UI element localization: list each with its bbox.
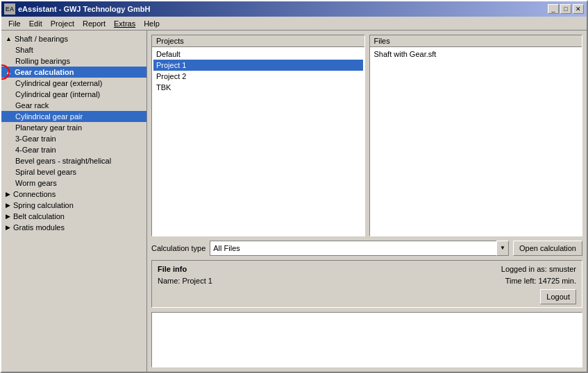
shaft-bearings-arrow: ▲ [6,35,12,42]
file-item-shaft-gear[interactable]: Shaft with Gear.sft [371,49,581,60]
logout-button[interactable]: Logout [540,289,576,304]
menu-extras[interactable]: Extras [110,18,140,29]
projects-list: Default Project 1 Project 2 TBK [152,47,364,236]
sidebar-group-belt: ▶ Belt calculation [1,211,146,222]
project-item-tbk[interactable]: TBK [153,82,363,93]
sidebar-belt-header[interactable]: ▶ Belt calculation [1,211,146,222]
window-title: eAssistant - GWJ Technology GmbH [18,5,548,13]
main-window: EA eAssistant - GWJ Technology GmbH _ □ … [0,0,588,373]
toolbar-row: Calculation type All FilesShaftGearBeari… [151,241,582,256]
top-panels: Projects Default Project 1 Project 2 TBK… [151,35,582,236]
sidebar-gear-calculation-header[interactable]: ▲ Gear calculation [1,67,146,78]
sidebar-item-cyl-gear-pair[interactable]: Cylindrical gear pair [1,111,146,122]
calc-type-select[interactable]: All FilesShaftGearBearing [210,241,509,256]
projects-panel: Projects Default Project 1 Project 2 TBK [151,35,365,236]
menubar: File Edit Project Report Extras Help [1,17,587,31]
file-info-row: File info Name: Project 1 Logged in as: … [151,260,582,308]
sidebar-spring-header[interactable]: ▶ Spring calculation [1,200,146,211]
file-info-left: File info Name: Project 1 [158,263,212,288]
sidebar-gratis-header[interactable]: ▶ Gratis modules [1,222,146,233]
sidebar-item-cyl-gear-int[interactable]: Cylindrical gear (internal) [1,89,146,100]
titlebar: EA eAssistant - GWJ Technology GmbH _ □ … [1,1,587,17]
app-icon: EA [4,3,15,15]
projects-panel-header: Projects [152,35,364,47]
shaft-bearings-label: Shaft / bearings [15,35,68,43]
menu-edit[interactable]: Edit [25,18,47,29]
close-button[interactable]: ✕ [573,4,584,14]
files-panel-header: Files [370,35,582,47]
belt-label: Belt calculation [13,212,65,220]
sidebar-item-worm-gears[interactable]: Worm gears [1,177,146,189]
sidebar-item-rolling-bearings[interactable]: Rolling bearings [1,55,146,67]
file-info-right: Logged in as: smuster Time left: 14725 m… [501,263,576,304]
project-item-project2[interactable]: Project 2 [153,71,363,82]
gear-calc-arrow: ▲ [6,69,12,76]
menu-help[interactable]: Help [140,18,164,29]
sidebar-group-spring: ▶ Spring calculation [1,200,146,211]
sidebar-group-gratis: ▶ Gratis modules [1,222,146,233]
preview-panel [151,312,582,367]
sidebar-item-spiral-bevel[interactable]: Spiral bevel gears [1,166,146,177]
spring-label: Spring calculation [13,201,74,209]
file-info-title-label: File info [158,265,187,273]
sidebar: ▲ Shaft / bearings Shaft Rolling bearing… [1,31,147,372]
project-item-default[interactable]: Default [153,49,363,60]
sidebar-item-bevel-gears[interactable]: Bevel gears - straight/helical [1,155,146,166]
belt-arrow: ▶ [6,213,10,220]
sidebar-item-cyl-gear-ext[interactable]: Cylindrical gear (external) [1,78,146,89]
minimize-button[interactable]: _ [548,4,559,14]
project-item-project1[interactable]: Project 1 [153,60,363,71]
sidebar-group-shaft-bearings-header[interactable]: ▲ Shaft / bearings [1,33,146,44]
gear-calculation-label: Gear calculation [15,68,74,76]
gratis-label: Gratis modules [13,223,65,232]
file-info-title: File info [158,263,212,276]
spring-arrow: ▶ [6,202,10,209]
connections-arrow: ▶ [6,191,10,198]
main-area: ▲ Shaft / bearings Shaft Rolling bearing… [1,31,587,372]
sidebar-item-3-gear-train[interactable]: 3-Gear train [1,133,146,144]
connections-label: Connections [13,190,56,198]
logged-in-label: Logged in as: smuster [501,263,576,276]
files-list: Shaft with Gear.sft [370,47,582,236]
files-panel: Files Shaft with Gear.sft [369,35,583,236]
sidebar-group-connections: ▶ Connections [1,189,146,200]
menu-report[interactable]: Report [78,18,110,29]
calc-type-label: Calculation type [151,244,205,252]
sidebar-item-4-gear-train[interactable]: 4-Gear train [1,144,146,155]
file-info-name: Name: Project 1 [158,275,212,288]
sidebar-item-shaft[interactable]: Shaft [1,44,146,55]
sidebar-item-gear-rack[interactable]: Gear rack [1,100,146,111]
time-left-label: Time left: 14725 min. [501,275,576,288]
menu-file[interactable]: File [4,18,25,29]
sidebar-item-planetary-gear[interactable]: Planetary gear train [1,122,146,133]
gratis-arrow: ▶ [6,224,10,231]
content-area: Projects Default Project 1 Project 2 TBK… [147,31,587,372]
sidebar-connections-header[interactable]: ▶ Connections [1,189,146,200]
calc-type-select-wrapper: All FilesShaftGearBearing ▼ [210,241,509,256]
sidebar-group-gear-calculation: ▲ Gear calculation Cylindrical gear (ext… [1,67,146,189]
window-controls: _ □ ✕ [548,4,584,14]
menu-project[interactable]: Project [47,18,78,29]
maximize-button[interactable]: □ [560,4,571,14]
open-calculation-button[interactable]: Open calculation [513,241,582,256]
sidebar-group-shaft-bearings: ▲ Shaft / bearings Shaft Rolling bearing… [1,33,146,67]
